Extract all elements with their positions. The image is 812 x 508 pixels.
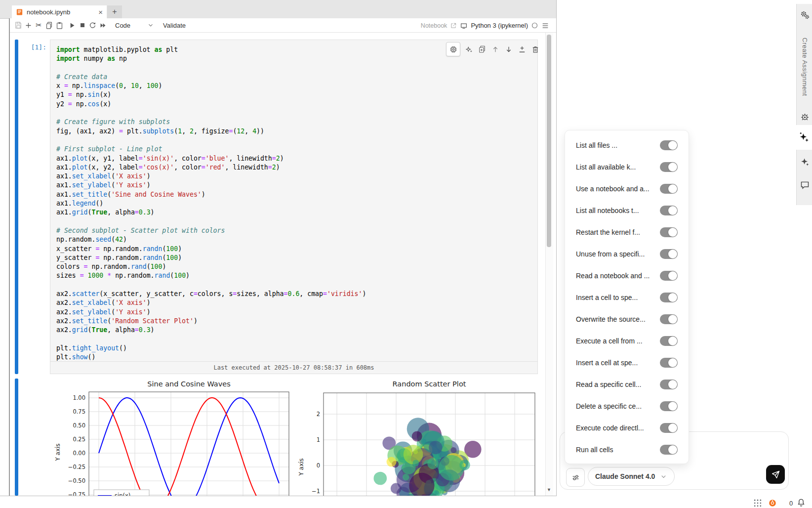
send-button[interactable]	[766, 465, 785, 484]
cut-cells-icon[interactable]: ✂	[34, 20, 44, 31]
cell-collapser-input[interactable]	[15, 40, 18, 374]
tool-toggle[interactable]	[660, 206, 678, 215]
tool-toggle-row: Read a notebook and ...	[565, 265, 689, 287]
toggle-knob	[668, 141, 677, 150]
tool-toggle[interactable]	[660, 445, 678, 455]
tab-title: notebook.ipynb	[27, 8, 95, 16]
output-scatter-chart: 210−1Random Scatter PlotY axis	[296, 378, 542, 496]
tool-label: Read a notebook and ...	[576, 272, 650, 280]
tool-toggle[interactable]	[660, 401, 678, 411]
ai-chip-button[interactable]	[446, 42, 460, 56]
restart-run-all-button[interactable]	[98, 20, 108, 31]
tool-toggle[interactable]	[660, 271, 678, 281]
restart-kernel-button[interactable]	[87, 20, 98, 31]
tool-label: List all notebooks t...	[576, 207, 639, 214]
tool-toggle[interactable]	[660, 140, 678, 150]
toggle-knob	[668, 206, 677, 215]
run-cell-button[interactable]	[67, 20, 77, 31]
add-cell-button[interactable]	[23, 20, 34, 31]
paste-cells-button[interactable]	[54, 20, 65, 31]
toggle-knob	[668, 423, 677, 432]
scroll-down-icon[interactable]: ▼	[545, 487, 553, 492]
sparkles-button[interactable]	[464, 44, 474, 54]
kernel-name[interactable]: Python 3 (ipykernel)	[471, 22, 528, 29]
tab-notebook[interactable]: notebook.ipynb ×	[12, 5, 107, 18]
code-content[interactable]: import matplotlib.pyplot as pltimport nu…	[50, 40, 537, 362]
tool-label: List all available k...	[576, 163, 636, 171]
svg-text:0: 0	[317, 462, 320, 469]
code-line: # First subplot - Line plot	[56, 145, 537, 154]
tool-label: Execute a cell from ...	[576, 337, 643, 345]
tool-toggle-row: List all available k...	[565, 156, 689, 178]
model-selector[interactable]: Claude Sonnet 4.0	[588, 467, 675, 486]
tool-label: Insert a cell to spe...	[576, 294, 638, 301]
tool-label: Read a specific cell...	[576, 381, 641, 388]
delete-cell-button[interactable]	[530, 44, 540, 54]
copy-cells-button[interactable]	[44, 20, 54, 31]
code-line: ax1.set_ylabel('Y axis')	[56, 181, 537, 190]
external-link-icon[interactable]	[450, 22, 457, 29]
move-cell-up-button[interactable]	[490, 44, 500, 54]
chat-bubble-icon[interactable]	[797, 180, 812, 190]
tool-toggle[interactable]	[660, 423, 678, 433]
svg-text:Sine and Cosine Waves: Sine and Cosine Waves	[147, 380, 231, 388]
code-line: ax1.plot(x, y1, label='sin(x)', color='b…	[56, 154, 537, 163]
tool-toggle[interactable]	[660, 336, 678, 346]
tab-close-icon[interactable]: ×	[98, 8, 103, 16]
window-left-edge	[9, 18, 10, 496]
execution-time-footer: Last executed at 2025-10-27 08:58:37 in …	[50, 361, 537, 374]
tool-toggle[interactable]	[660, 314, 678, 324]
cell-collapser-output[interactable]	[15, 379, 18, 496]
settings-gears-icon[interactable]	[797, 10, 812, 21]
menu-icon[interactable]	[541, 22, 549, 30]
new-tab-button[interactable]: +	[107, 5, 122, 18]
tool-toggle[interactable]	[660, 380, 678, 389]
insert-cell-above-button[interactable]	[517, 44, 527, 54]
code-line	[56, 109, 537, 118]
move-cell-down-button[interactable]	[504, 44, 514, 54]
code-cell-editor[interactable]: import matplotlib.pyplot as pltimport nu…	[50, 40, 538, 374]
cell-toolbar	[446, 42, 540, 56]
sliders-icon	[571, 473, 580, 482]
duplicate-cell-button[interactable]	[477, 44, 487, 54]
interrupt-kernel-button[interactable]	[77, 20, 87, 31]
validate-button[interactable]: Validate	[163, 22, 186, 29]
create-assignment-tab[interactable]: Create Assignment	[797, 30, 812, 104]
tool-toggle[interactable]	[660, 358, 678, 368]
svg-text:1: 1	[317, 436, 320, 443]
code-line: ax1.plot(x, y2, label='cos(x)', color='r…	[56, 163, 537, 172]
svg-text:Random Scatter Plot: Random Scatter Plot	[393, 380, 466, 388]
code-line: y1 = np.sin(x)	[56, 90, 537, 99]
tool-toggle[interactable]	[660, 184, 678, 194]
toggle-knob	[668, 293, 677, 302]
ai-sparkle-icon[interactable]	[798, 131, 810, 144]
tool-label: Restart the kernel f...	[576, 228, 640, 236]
debug-bug-icon[interactable]	[797, 112, 812, 122]
code-line: ax2.set_xlabel('X axis')	[56, 298, 537, 307]
code-line: ax1.set_xlabel('X axis')	[56, 172, 537, 181]
code-line: np.random.seed(42)	[56, 235, 537, 244]
cell-type-value: Code	[115, 22, 130, 29]
tool-toggle[interactable]	[660, 249, 678, 259]
tool-label: Unuse from a specifi...	[576, 250, 645, 258]
chevron-down-icon	[660, 473, 667, 480]
apps-grid-icon[interactable]	[753, 498, 763, 508]
code-line: ax2.scatter(x_scatter, y_scatter, c=colo…	[56, 290, 537, 298]
tool-toggle[interactable]	[660, 162, 678, 172]
chat-settings-button[interactable]	[566, 468, 585, 487]
bell-icon[interactable]	[796, 498, 806, 508]
save-button[interactable]	[13, 20, 23, 31]
tool-toggle[interactable]	[660, 293, 678, 302]
ubuntu-orange-icon[interactable]	[768, 499, 777, 508]
svg-text:−0.50: −0.50	[68, 477, 85, 484]
code-line: plt.tight_layout()	[56, 344, 537, 353]
output-line-chart: 1.000.750.500.250.00−0.25−0.50−0.75sin(x…	[52, 378, 299, 496]
scrollbar-thumb[interactable]	[547, 35, 551, 247]
sparkle-diamond-icon[interactable]	[797, 157, 812, 167]
cell-type-select[interactable]: Code	[115, 22, 154, 29]
tool-toggle[interactable]	[660, 227, 678, 237]
code-line	[56, 335, 537, 344]
kernel-status-icon[interactable]	[531, 22, 538, 29]
code-line: ax2.set_title('Random Scatter Plot')	[56, 317, 537, 326]
create-assignment-label: Create Assignment	[801, 38, 809, 96]
